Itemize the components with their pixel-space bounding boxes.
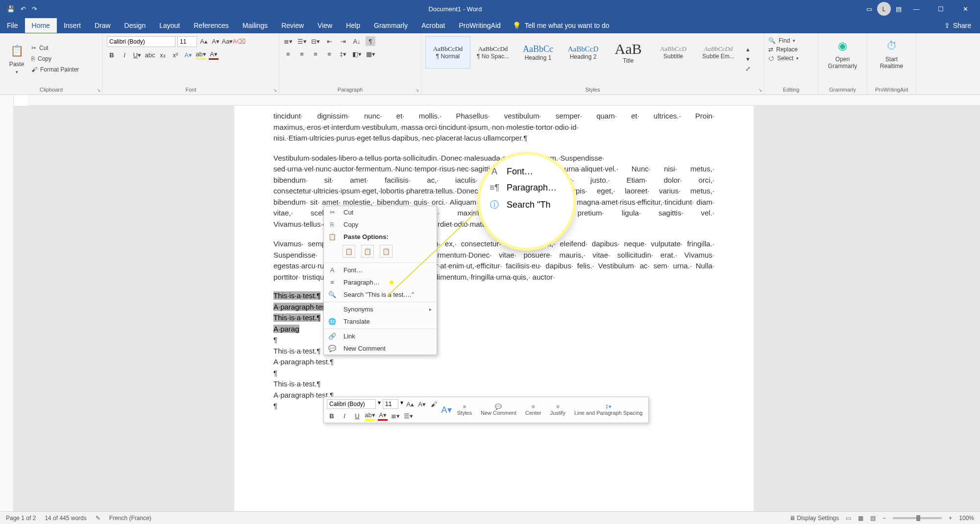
style-subtitle[interactable]: AaBbCcDSubtitle [651,36,696,69]
language-indicator[interactable]: French (France) [109,515,151,522]
ribbon-display-icon[interactable]: ▭ [866,5,872,13]
font-size-input[interactable] [177,36,197,47]
mini-font-size[interactable] [383,399,398,409]
mini-italic-icon[interactable]: I [340,411,349,421]
ctx-synonyms[interactable]: Synonyms [324,303,437,315]
paste-merge-icon[interactable]: 📋 [361,245,374,258]
ctx-link[interactable]: 🔗Link [324,330,437,342]
style-heading2[interactable]: AaBbCcDHeading 2 [561,36,606,69]
close-button[interactable]: ✕ [956,5,975,13]
ctx-search[interactable]: 🔍Search "This is a test.…" [324,288,437,301]
align-center-icon[interactable]: ≡ [297,49,307,59]
mini-bold-icon[interactable]: B [327,411,337,421]
tab-grammarly[interactable]: Grammarly [367,18,415,33]
font-color-icon[interactable]: A▾ [209,50,219,60]
ribbon-mode-icon[interactable]: ▤ [896,5,902,13]
align-right-icon[interactable]: ≡ [311,49,320,59]
mini-new-comment[interactable]: 💬New Comment [478,404,519,416]
italic-icon[interactable]: I [120,50,129,60]
line-spacing-icon[interactable]: ‡▾ [338,49,348,59]
find-button[interactable]: 🔍Find▾ [768,36,814,45]
shading-icon[interactable]: ◧▾ [352,49,362,59]
tab-layout[interactable]: Layout [152,18,187,33]
borders-icon[interactable]: ▦▾ [366,49,375,59]
ctx-paragraph[interactable]: ≡Paragraph… [324,276,437,288]
tab-mailings[interactable]: Mailings [236,18,274,33]
redo-icon[interactable]: ↷ [32,5,37,13]
numbering-icon[interactable]: ☰▾ [297,36,307,46]
mini-shrink-icon[interactable]: A▾ [417,399,427,409]
ctx-cut[interactable]: ✂Cut [324,206,437,218]
undo-icon[interactable]: ↶ [21,5,26,13]
align-left-icon[interactable]: ≡ [283,49,293,59]
text-effects-icon[interactable]: A▾ [183,50,193,60]
increase-font-icon[interactable]: A▴ [199,36,209,46]
style-subtleem[interactable]: AaBbCcDdSubtle Em... [696,36,741,69]
mini-justify[interactable]: ≡Justify [547,404,568,416]
sort-icon[interactable]: A↓ [352,36,362,46]
paste-text-only-icon[interactable]: 📋 [380,245,392,258]
style-normal[interactable]: AaBbCcDd¶ Normal [425,36,470,69]
paragraph-launcher[interactable]: ↘ [415,87,419,93]
change-case-icon[interactable]: Aa▾ [222,36,232,46]
zoom-level[interactable]: 100% [959,515,974,522]
clear-formatting-icon[interactable]: A⌫ [234,36,244,46]
tab-view[interactable]: View [311,18,339,33]
show-marks-icon[interactable]: ¶ [366,36,375,46]
select-button[interactable]: ⭯Select▾ [768,54,814,63]
page[interactable]: tincidunt· dignissim· nunc· et· mollis.·… [234,106,754,511]
view-print-icon[interactable]: ▦ [858,515,863,522]
styles-down-icon[interactable]: ▾ [743,54,753,64]
save-icon[interactable]: 💾 [7,5,15,13]
zoom-in-icon[interactable]: + [949,515,952,522]
mini-format-painter-icon[interactable]: 🖌 [429,399,439,409]
tab-prowritingaid[interactable]: ProWritingAid [452,18,507,33]
bold-icon[interactable]: B [107,50,117,60]
styles-up-icon[interactable]: ▴ [743,44,753,54]
mini-line-spacing[interactable]: ‡▾Line and Paragraph Spacing [571,404,645,416]
tab-file[interactable]: File [0,18,25,33]
tab-draw[interactable]: Draw [88,18,118,33]
justify-icon[interactable]: ≡ [324,49,334,59]
strikethrough-icon[interactable]: abc [145,50,155,60]
tab-references[interactable]: References [187,18,236,33]
ctx-new-comment[interactable]: 💬New Comment [324,342,437,355]
styles-launcher[interactable]: ↘ [758,87,762,93]
spell-check-icon[interactable]: ✎ [96,515,100,522]
style-heading1[interactable]: AaBbCcHeading 1 [515,36,561,69]
minimize-button[interactable]: — [906,5,926,13]
start-realtime-button[interactable]: ⏱ Start Realtime [871,36,912,71]
styles-expand-icon[interactable]: ⤢ [743,64,753,73]
tab-home[interactable]: Home [25,18,57,33]
font-name-input[interactable] [107,36,175,47]
cut-button[interactable]: ✂Cut [31,44,79,52]
zoom-slider[interactable] [893,517,942,519]
ctx-font[interactable]: AFont… [324,264,437,276]
mini-font-color-icon[interactable]: A▾ [378,411,388,421]
mini-styles-a-icon[interactable]: A▾ [441,405,451,415]
multilevel-icon[interactable]: ⊟▾ [311,36,320,46]
mini-numbering-icon[interactable]: ☰▾ [403,411,413,421]
underline-icon[interactable]: U▾ [132,50,142,60]
style-nospacing[interactable]: AaBbCcDd¶ No Spac... [470,36,515,69]
user-avatar[interactable]: L [877,2,891,16]
page-indicator[interactable]: Page 1 of 2 [6,515,36,522]
increase-indent-icon[interactable]: ⇥ [338,36,348,46]
tab-acrobat[interactable]: Acrobat [415,18,452,33]
decrease-indent-icon[interactable]: ⇤ [324,36,334,46]
mini-bullets-icon[interactable]: ≣▾ [391,411,400,421]
highlight-icon[interactable]: ab▾ [196,50,206,60]
paste-button[interactable]: 📋 Paste ▾ [4,36,29,81]
tab-help[interactable]: Help [339,18,367,33]
open-grammarly-button[interactable]: ◉ Open Grammarly [822,36,863,71]
format-painter-button[interactable]: 🖌Format Painter [31,65,79,74]
bullets-icon[interactable]: ≣▾ [283,36,293,46]
tab-review[interactable]: Review [274,18,311,33]
font-launcher[interactable]: ↘ [273,87,277,93]
mini-underline-icon[interactable]: U [352,411,362,421]
mini-font-name[interactable] [327,399,376,409]
share-button[interactable]: ⇪ Share [935,22,980,29]
paste-keep-source-icon[interactable]: 📋 [343,245,355,258]
display-settings[interactable]: 🖥 Display Settings [789,515,839,522]
tab-insert[interactable]: Insert [57,18,88,33]
